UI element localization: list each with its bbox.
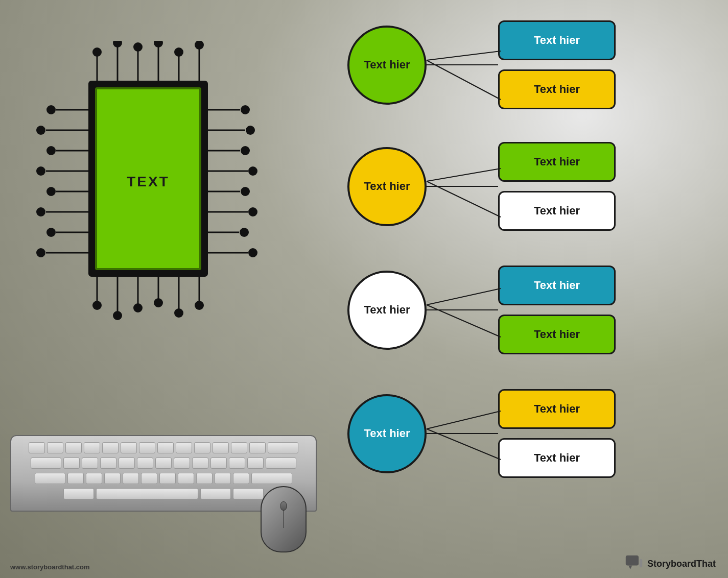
text-box-3-1: Text hier: [498, 266, 616, 305]
svg-marker-67: [628, 566, 632, 569]
circle-2: Text hier: [347, 147, 427, 226]
svg-point-25: [46, 105, 56, 114]
svg-point-37: [46, 228, 56, 237]
footer-url: www.storyboardthat.com: [10, 563, 90, 571]
circle-3: Text hier: [347, 271, 427, 350]
text-box-2-1: Text hier: [498, 142, 616, 182]
box-group-3: Text hier Text hier: [498, 266, 616, 354]
svg-point-23: [195, 301, 204, 310]
svg-point-9: [174, 47, 183, 57]
svg-point-33: [46, 187, 56, 196]
chip-label: TEXT: [127, 174, 170, 189]
svg-point-17: [133, 303, 143, 312]
circle-1: Text hier: [347, 26, 427, 105]
box-group-2: Text hier Text hier: [498, 142, 616, 231]
text-box-4-1: Text hier: [498, 389, 616, 429]
text-box-1-1: Text hier: [498, 20, 616, 60]
diagram-row-4: Text hier Text hier Text hier: [332, 389, 728, 478]
footer-brand: StoryboardThat: [625, 555, 716, 573]
svg-point-53: [240, 228, 249, 237]
diagram-row-2: Text hier Text hier Text hier: [332, 142, 728, 231]
svg-point-7: [154, 41, 163, 47]
diagram-row-3: Text hier Text hier Text hier: [332, 266, 728, 354]
svg-point-13: [92, 301, 102, 310]
svg-point-51: [248, 207, 257, 216]
text-box-4-2: Text hier: [498, 438, 616, 478]
box-group-4: Text hier Text hier: [498, 389, 616, 478]
circle-4: Text hier: [347, 394, 427, 473]
diagram-row-1: Text hier Text hier Text hier: [332, 20, 728, 109]
svg-point-31: [36, 166, 45, 176]
svg-point-45: [241, 146, 250, 155]
storyboardthat-logo-icon: [625, 555, 643, 573]
box-group-1: Text hier Text hier: [498, 20, 616, 109]
svg-point-3: [113, 41, 122, 47]
text-box-1-2: Text hier: [498, 69, 616, 109]
svg-point-11: [195, 41, 204, 50]
svg-point-19: [154, 298, 163, 307]
svg-rect-66: [626, 556, 639, 566]
svg-point-27: [36, 126, 45, 135]
svg-point-43: [246, 126, 255, 135]
svg-rect-68: [640, 559, 642, 567]
mouse: [255, 486, 312, 563]
text-box-3-2: Text hier: [498, 315, 616, 354]
svg-point-29: [46, 146, 56, 155]
svg-point-21: [174, 308, 183, 318]
svg-point-55: [248, 248, 257, 257]
text-box-2-2: Text hier: [498, 191, 616, 231]
svg-point-15: [113, 311, 122, 320]
cpu-chip-svg: TEXT: [31, 41, 266, 322]
svg-point-35: [36, 207, 45, 216]
svg-point-47: [248, 166, 257, 176]
svg-point-5: [133, 42, 143, 52]
svg-point-39: [36, 248, 45, 257]
svg-point-49: [241, 187, 250, 196]
svg-point-1: [92, 47, 102, 57]
svg-point-41: [241, 105, 250, 114]
